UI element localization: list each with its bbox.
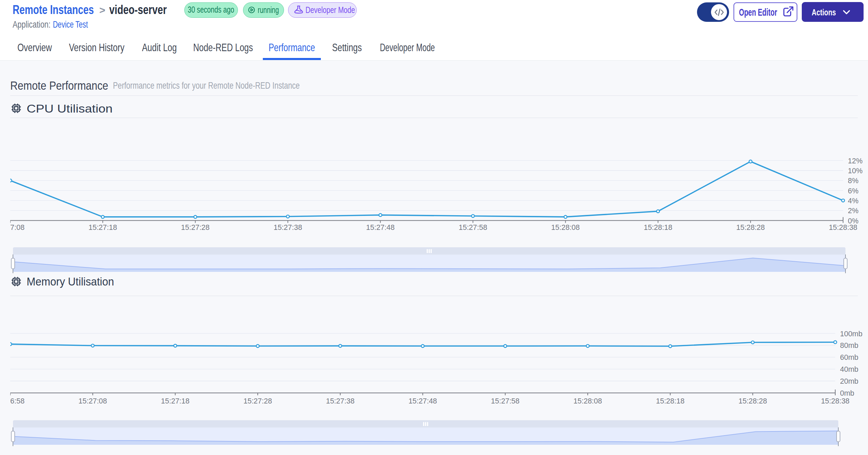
svg-text:60mb: 60mb [840, 353, 858, 362]
svg-text:15:27:48: 15:27:48 [366, 223, 395, 232]
svg-text:100mb: 100mb [840, 330, 863, 338]
svg-text:10%: 10% [848, 167, 863, 175]
svg-text:15:27:38: 15:27:38 [273, 223, 302, 232]
svg-text:15:26:58: 15:26:58 [10, 397, 25, 405]
svg-text:15:27:58: 15:27:58 [459, 223, 487, 232]
svg-text:2%: 2% [848, 207, 858, 215]
svg-text:15:28:18: 15:28:18 [644, 223, 672, 232]
svg-text:15:27:08: 15:27:08 [79, 397, 107, 405]
svg-text:15:27:28: 15:27:28 [181, 223, 210, 232]
svg-text:15:27:18: 15:27:18 [161, 397, 190, 405]
svg-text:6%: 6% [848, 187, 858, 195]
svg-text:15:28:28: 15:28:28 [736, 223, 765, 232]
svg-text:20mb: 20mb [840, 377, 858, 385]
svg-text:15:28:18: 15:28:18 [656, 397, 685, 405]
svg-text:15:27:08: 15:27:08 [10, 223, 25, 232]
svg-text:15:28:28: 15:28:28 [738, 397, 767, 405]
svg-text:15:27:38: 15:27:38 [326, 397, 355, 405]
svg-text:80mb: 80mb [840, 341, 858, 350]
svg-text:40mb: 40mb [840, 365, 858, 373]
svg-text:15:27:28: 15:27:28 [243, 397, 272, 405]
svg-text:15:28:08: 15:28:08 [573, 397, 602, 405]
svg-text:12%: 12% [848, 157, 863, 165]
svg-text:0mb: 0mb [840, 389, 854, 397]
svg-text:0%: 0% [848, 217, 858, 225]
svg-text:15:28:38: 15:28:38 [821, 397, 850, 405]
svg-text:15:28:08: 15:28:08 [551, 223, 580, 232]
svg-text:15:27:48: 15:27:48 [409, 397, 437, 405]
svg-text:4%: 4% [848, 197, 858, 205]
svg-text:15:27:58: 15:27:58 [491, 397, 520, 405]
svg-text:15:27:18: 15:27:18 [88, 223, 117, 232]
svg-text:8%: 8% [848, 177, 858, 185]
